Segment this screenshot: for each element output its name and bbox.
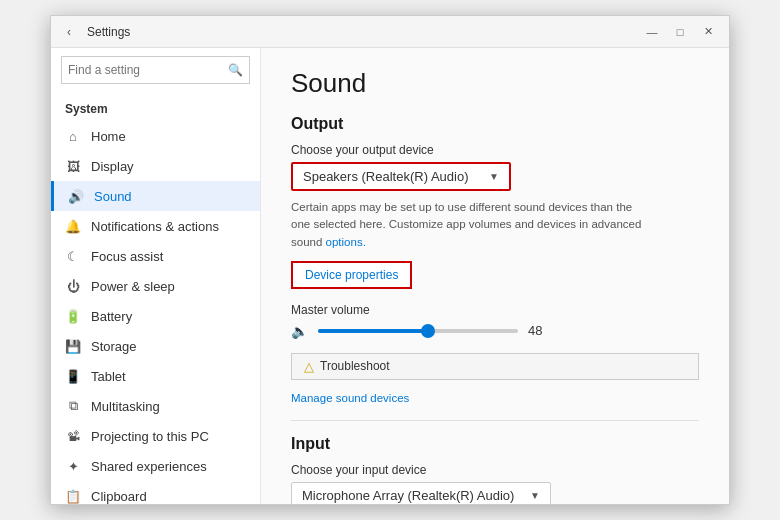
volume-slider-fill <box>318 329 428 333</box>
sidebar-item-multitasking[interactable]: ⧉ Multitasking <box>51 391 260 421</box>
nav-section-title: System <box>51 92 260 121</box>
sidebar-item-clipboard[interactable]: 📋 Clipboard <box>51 481 260 504</box>
sidebar-item-power[interactable]: ⏻ Power & sleep <box>51 271 260 301</box>
maximize-button[interactable]: □ <box>667 21 693 43</box>
battery-icon: 🔋 <box>65 308 81 324</box>
troubleshoot-label: Troubleshoot <box>320 359 390 373</box>
output-options-link[interactable]: options. <box>326 236 366 248</box>
clipboard-icon: 📋 <box>65 488 81 504</box>
volume-section: Master volume 🔈 48 <box>291 303 699 339</box>
page-title: Sound <box>291 68 699 99</box>
input-device-value: Microphone Array (Realtek(R) Audio) <box>302 488 514 503</box>
volume-speaker-icon: 🔈 <box>291 323 308 339</box>
sidebar-item-home[interactable]: ⌂ Home <box>51 121 260 151</box>
sidebar-item-shared[interactable]: ✦ Shared experiences <box>51 451 260 481</box>
window-title: Settings <box>87 25 130 39</box>
volume-slider-track[interactable] <box>318 329 518 333</box>
input-device-label: Choose your input device <box>291 463 699 477</box>
warning-icon: △ <box>304 359 314 374</box>
focus-icon: ☾ <box>65 248 81 264</box>
volume-row: 🔈 48 <box>291 323 699 339</box>
input-dropdown-arrow-icon: ▼ <box>530 490 540 501</box>
display-icon: 🖼 <box>65 158 81 174</box>
titlebar: ‹ Settings — □ ✕ <box>51 16 729 48</box>
minimize-button[interactable]: — <box>639 21 665 43</box>
input-section-title: Input <box>291 435 699 453</box>
sidebar: 🔍 System ⌂ Home 🖼 Display 🔊 Sound 🔔 Noti… <box>51 48 261 504</box>
sidebar-label-clipboard: Clipboard <box>91 489 147 504</box>
output-section-title: Output <box>291 115 699 133</box>
sidebar-label-focus: Focus assist <box>91 249 163 264</box>
master-volume-label: Master volume <box>291 303 699 317</box>
projecting-icon: 📽 <box>65 428 81 444</box>
content-area: 🔍 System ⌂ Home 🖼 Display 🔊 Sound 🔔 Noti… <box>51 48 729 504</box>
sidebar-item-display[interactable]: 🖼 Display <box>51 151 260 181</box>
manage-sound-devices-link[interactable]: Manage sound devices <box>291 392 409 404</box>
troubleshoot-button[interactable]: △ Troubleshoot <box>291 353 699 380</box>
dropdown-arrow-icon: ▼ <box>489 171 499 182</box>
search-icon: 🔍 <box>228 63 243 77</box>
close-button[interactable]: ✕ <box>695 21 721 43</box>
sidebar-label-projecting: Projecting to this PC <box>91 429 209 444</box>
multitasking-icon: ⧉ <box>65 398 81 414</box>
sidebar-item-focus[interactable]: ☾ Focus assist <box>51 241 260 271</box>
home-icon: ⌂ <box>65 128 81 144</box>
sidebar-item-battery[interactable]: 🔋 Battery <box>51 301 260 331</box>
sidebar-label-notifications: Notifications & actions <box>91 219 219 234</box>
storage-icon: 💾 <box>65 338 81 354</box>
tablet-icon: 📱 <box>65 368 81 384</box>
output-device-value: Speakers (Realtek(R) Audio) <box>303 169 468 184</box>
section-divider <box>291 420 699 421</box>
search-input[interactable] <box>68 63 228 77</box>
notifications-icon: 🔔 <box>65 218 81 234</box>
main-content: Sound Output Choose your output device S… <box>261 48 729 504</box>
output-device-properties-button[interactable]: Device properties <box>291 261 412 289</box>
volume-value: 48 <box>528 323 553 338</box>
power-icon: ⏻ <box>65 278 81 294</box>
output-device-properties-label: Device properties <box>305 268 398 282</box>
sidebar-item-projecting[interactable]: 📽 Projecting to this PC <box>51 421 260 451</box>
sidebar-label-home: Home <box>91 129 126 144</box>
sidebar-item-notifications[interactable]: 🔔 Notifications & actions <box>51 211 260 241</box>
window-controls: — □ ✕ <box>639 21 721 43</box>
sidebar-label-sound: Sound <box>94 189 132 204</box>
settings-window: ‹ Settings — □ ✕ 🔍 System ⌂ Home 🖼 Displ… <box>50 15 730 505</box>
sidebar-label-display: Display <box>91 159 134 174</box>
sidebar-item-storage[interactable]: 💾 Storage <box>51 331 260 361</box>
sidebar-item-sound[interactable]: 🔊 Sound <box>51 181 260 211</box>
output-device-label: Choose your output device <box>291 143 699 157</box>
sidebar-label-tablet: Tablet <box>91 369 126 384</box>
back-button[interactable]: ‹ <box>59 22 79 42</box>
sidebar-label-power: Power & sleep <box>91 279 175 294</box>
sidebar-item-tablet[interactable]: 📱 Tablet <box>51 361 260 391</box>
search-box[interactable]: 🔍 <box>61 56 250 84</box>
sidebar-label-multitasking: Multitasking <box>91 399 160 414</box>
sidebar-label-shared: Shared experiences <box>91 459 207 474</box>
sidebar-label-battery: Battery <box>91 309 132 324</box>
output-info-text: Certain apps may be set up to use differ… <box>291 199 651 251</box>
shared-icon: ✦ <box>65 458 81 474</box>
output-device-dropdown[interactable]: Speakers (Realtek(R) Audio) ▼ <box>291 162 511 191</box>
input-device-dropdown[interactable]: Microphone Array (Realtek(R) Audio) ▼ <box>291 482 551 504</box>
titlebar-left: ‹ Settings <box>59 22 130 42</box>
volume-slider-thumb[interactable] <box>421 324 435 338</box>
sidebar-label-storage: Storage <box>91 339 137 354</box>
sound-icon: 🔊 <box>68 188 84 204</box>
